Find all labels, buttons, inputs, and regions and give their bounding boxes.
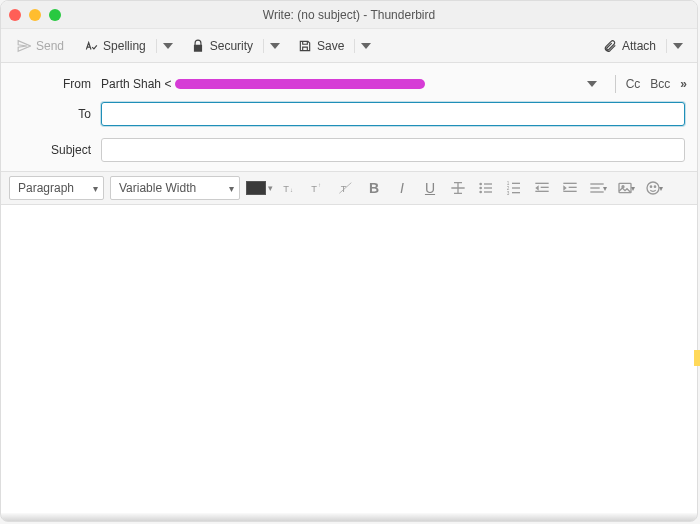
svg-point-6 [479,183,482,186]
save-split: Save [290,35,377,57]
more-recipients-button[interactable]: » [680,77,685,91]
svg-rect-9 [484,187,492,188]
svg-point-10 [479,191,482,194]
to-label: To [13,107,91,121]
bcc-button[interactable]: Bcc [650,77,670,91]
outdent-button[interactable] [531,177,553,199]
svg-rect-19 [541,187,549,188]
from-redacted [175,79,425,89]
compose-window: Write: (no subject) - Thunderbird Send S… [0,0,698,522]
window-controls [9,9,61,21]
underline-button[interactable]: U [419,177,441,199]
close-button[interactable] [9,9,21,21]
attach-label: Attach [622,39,656,53]
italic-button[interactable]: I [391,177,413,199]
to-row: To [13,99,685,129]
maximize-button[interactable] [49,9,61,21]
subject-row: Subject [13,135,685,165]
minimize-button[interactable] [29,9,41,21]
svg-text:↑: ↑ [318,182,321,188]
svg-rect-24 [590,183,603,184]
format-toolbar: Paragraph ▾ Variable Width ▾ ▾ T↓ T↑ T B… [1,171,697,205]
attach-dropdown[interactable] [666,39,689,53]
strike-button[interactable] [447,177,469,199]
svg-point-8 [479,187,482,190]
color-swatch-icon [246,181,266,195]
save-label: Save [317,39,344,53]
align-button[interactable]: ▾ [587,177,609,199]
svg-rect-21 [563,183,576,184]
security-button[interactable]: Security [183,35,261,57]
font-select-wrap: Variable Width ▾ [110,176,240,200]
security-label: Security [210,39,253,53]
attach-button[interactable]: Attach [595,35,664,57]
decrease-font-button[interactable]: T↓ [279,177,301,199]
spelling-button[interactable]: Spelling [76,35,154,57]
chevron-down-icon: ▾ [268,183,273,193]
text-color-button[interactable]: ▾ [246,181,273,195]
svg-rect-7 [484,183,492,184]
svg-rect-25 [590,187,599,188]
save-icon [298,39,312,53]
svg-text:3: 3 [507,191,510,196]
send-button[interactable]: Send [9,35,72,57]
from-right-controls: Cc Bcc » [579,75,685,93]
send-label: Send [36,39,64,53]
insert-image-button[interactable]: ▾ [615,177,637,199]
svg-text:T: T [341,184,347,194]
bottom-shadow [1,513,697,521]
svg-rect-17 [512,192,520,193]
number-list-button[interactable]: 123 [503,177,525,199]
security-split: Security [183,35,286,57]
paragraph-select[interactable]: Paragraph [9,176,104,200]
from-row: From Parth Shah < Cc Bcc » [13,69,685,99]
window-title: Write: (no subject) - Thunderbird [1,8,697,22]
save-dropdown[interactable] [354,39,377,53]
svg-rect-13 [512,183,520,184]
to-input[interactable] [101,102,685,126]
address-area: From Parth Shah < Cc Bcc » To Subject [1,63,697,171]
indent-button[interactable] [559,177,581,199]
chevron-down-icon: ▾ [659,184,663,193]
main-toolbar: Send Spelling Security [1,29,697,63]
lock-icon [191,39,205,53]
from-dropdown[interactable] [579,77,605,91]
bullet-list-button[interactable] [475,177,497,199]
security-dropdown[interactable] [263,39,286,53]
svg-rect-15 [512,187,520,188]
bold-button[interactable]: B [363,177,385,199]
spelling-dropdown[interactable] [156,39,179,53]
attach-split: Attach [595,35,689,57]
from-label: From [13,77,91,91]
svg-text:T: T [311,184,317,194]
svg-rect-26 [590,191,603,192]
svg-text:↓: ↓ [290,187,293,193]
chevron-down-icon: ▾ [631,184,635,193]
svg-rect-23 [563,191,576,192]
titlebar: Write: (no subject) - Thunderbird [1,1,697,29]
message-body[interactable] [1,205,697,513]
paragraph-select-wrap: Paragraph ▾ [9,176,104,200]
send-icon [17,39,31,53]
svg-rect-11 [484,191,492,192]
subject-input[interactable] [101,138,685,162]
from-name: Parth Shah < [101,77,171,91]
spelling-icon [84,39,98,53]
spelling-label: Spelling [103,39,146,53]
remove-format-button[interactable]: T [335,177,357,199]
cc-button[interactable]: Cc [626,77,641,91]
increase-font-button[interactable]: T↑ [307,177,329,199]
emoji-button[interactable]: ▾ [643,177,665,199]
save-button[interactable]: Save [290,35,352,57]
divider [615,75,616,93]
svg-text:T: T [283,184,289,194]
subject-label: Subject [13,143,91,157]
font-select[interactable]: Variable Width [110,176,240,200]
svg-point-29 [647,182,659,194]
from-value[interactable]: Parth Shah < [101,77,569,91]
svg-point-30 [650,186,651,187]
spelling-split: Spelling [76,35,179,57]
svg-point-31 [654,186,655,187]
svg-rect-22 [569,187,577,188]
paperclip-icon [603,39,617,53]
